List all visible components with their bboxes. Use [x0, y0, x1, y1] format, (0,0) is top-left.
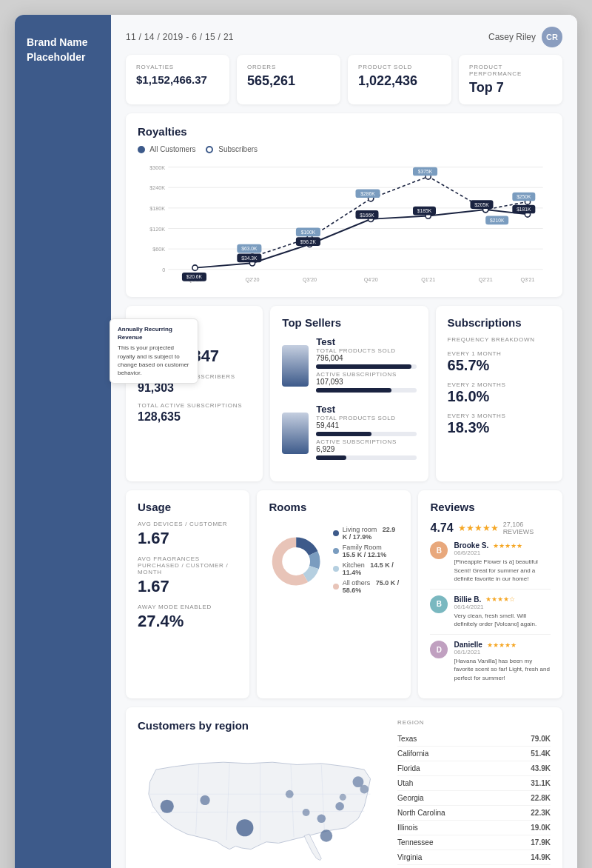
- svg-point-76: [335, 802, 344, 811]
- svg-text:Q2'21: Q2'21: [479, 276, 493, 283]
- date-range: 11 / 14 / 2019 - 6 / 15 / 21: [126, 32, 234, 42]
- svg-text:$63.0K: $63.0K: [241, 247, 258, 252]
- seller-item-1: Test TOTAL PRODUCTS SOLD 59,441 ACTIVE S…: [282, 404, 416, 462]
- svg-point-63: [283, 548, 309, 575]
- reviewer-stars-1: ★★★★☆: [485, 595, 515, 603]
- away-label: AWAY MODE ENABLED: [138, 604, 238, 610]
- donut-chart: [269, 521, 323, 602]
- svg-point-81: [360, 785, 369, 794]
- kpi-orders-value: 565,261: [247, 73, 330, 89]
- sellers-title: Top Sellers: [282, 316, 416, 329]
- kpi-royalties-label: ROYALTIES: [136, 64, 219, 70]
- kpi-row: ROYALTIES $1,152,466.37 ORDERS 565,261 P…: [111, 55, 577, 113]
- donut-legend: Living room 22.9 K / 17.9% Family Room 1…: [333, 526, 400, 597]
- seller-img-1: [282, 413, 309, 454]
- svg-point-77: [286, 790, 294, 798]
- overall-rating-num: 4.74: [430, 521, 453, 535]
- review-date-0: 06/6/2021: [454, 550, 551, 556]
- seller-subs-label-0: ACTIVE SUBSCRIPTIONS: [316, 371, 416, 378]
- region-val-5: 22.3K: [531, 809, 551, 817]
- royalties-title: Royalties: [138, 125, 551, 138]
- app-shell: Brand Name Placeholder 11 / 14 / 2019 - …: [15, 15, 577, 868]
- review-text-2: [Havana Vanilla] has been my favorite sc…: [454, 657, 551, 682]
- chart-area: $300K $240K $180K $120K $60K 0 Q1'20 Q2'…: [138, 159, 551, 285]
- svg-text:$240K: $240K: [149, 185, 165, 192]
- subscribers-value: 91,303: [138, 381, 251, 395]
- legend-sub: Subscribers: [206, 145, 258, 153]
- usage-card: Usage AVG DEVICES / CUSTOMER 1.67 AVG FR…: [126, 490, 249, 698]
- subscriptions-card: Subscriptions FREQUENCY BREAKDOWN EVERY …: [436, 306, 562, 481]
- fragrances-value: 1.67: [138, 577, 238, 596]
- avatar: CR: [542, 27, 562, 47]
- subs-bar-bg-1: [316, 455, 416, 460]
- seller-info-0: Test TOTAL PRODUCTS SOLD 796,004 ACTIVE …: [316, 336, 416, 395]
- reviews-card: Reviews 4.74 ★★★★★ 27,106 REVIEWS B Broo…: [418, 490, 562, 698]
- svg-text:Q3'20: Q3'20: [303, 276, 317, 283]
- region-val-4: 22.8K: [531, 794, 551, 802]
- kpi-products: PRODUCT SOLD 1,022,436: [348, 55, 451, 104]
- reviewer-name-1: Billie B.: [454, 595, 481, 604]
- kpi-performance: PRODUCT PERFORMANCE Top 7: [459, 55, 562, 104]
- region-row-7: Tennessee 17.9K: [397, 835, 551, 850]
- kpi-orders: ORDERS 565,261: [237, 55, 340, 104]
- seller-img-0: [282, 345, 309, 387]
- legend-all-others: All others 75.0 K / 58.6%: [333, 579, 400, 594]
- products-bar-fill-0: [316, 364, 411, 369]
- kpi-royalties-value: $1,152,466.37: [136, 73, 219, 86]
- legend-living-room-text: Living room 22.9 K / 17.9%: [343, 526, 400, 541]
- seller-subs-val-0: 107,093: [316, 378, 416, 386]
- review-content-1: Billie B. ★★★★☆ 06/14/2021 Very clean, f…: [454, 595, 551, 628]
- region-row-1: California 51.4K: [397, 747, 551, 761]
- products-bar-bg-0: [316, 364, 416, 369]
- svg-point-79: [340, 794, 346, 801]
- region-name-3: Utah: [397, 779, 413, 787]
- products-bar-bg-1: [316, 432, 416, 436]
- map-title: Customers by region: [138, 719, 383, 732]
- region-header: REGION: [397, 719, 551, 726]
- user-info: Casey Riley CR: [488, 27, 562, 47]
- region-val-0: 79.0K: [531, 735, 551, 743]
- review-text-0: [Pineapple Flower is a] beautiful Scent!…: [454, 558, 551, 583]
- seller-products-val-1: 59,441: [316, 421, 416, 430]
- kpi-royalties: ROYALTIES $1,152,466.37: [126, 55, 229, 104]
- region-name-8: Virginia: [397, 853, 422, 861]
- region-name-5: North Carolina: [397, 809, 445, 817]
- region-row-6: Illinois 19.0K: [397, 821, 551, 835]
- legend-family-room: Family Room 15.5 K / 12.1%: [333, 544, 400, 558]
- legend-all: All Customers: [138, 145, 195, 153]
- seller-subs-label-1: ACTIVE SUBSCRIPTIONS: [316, 438, 416, 445]
- review-item-1: B Billie B. ★★★★☆ 06/14/2021 Very clean,…: [430, 595, 551, 635]
- kpi-products-value: 1,022,436: [358, 73, 441, 89]
- subs-bar-fill-0: [316, 388, 391, 393]
- map-area: Customers by region: [138, 719, 383, 868]
- subs-bar-fill-1: [316, 455, 346, 460]
- region-name-2: Florida: [397, 764, 420, 772]
- svg-text:Q1'21: Q1'21: [421, 276, 435, 283]
- reviewer-stars-0: ★★★★★: [493, 542, 522, 550]
- svg-text:0: 0: [162, 267, 165, 273]
- seller-info-1: Test TOTAL PRODUCTS SOLD 59,441 ACTIVE S…: [316, 404, 416, 462]
- seller-item-0: Test TOTAL PRODUCTS SOLD 796,004 ACTIVE …: [282, 336, 416, 395]
- subs-bar-bg-0: [316, 388, 416, 393]
- region-name-0: Texas: [397, 735, 417, 743]
- svg-text:$181K: $181K: [517, 207, 531, 212]
- reviewer-avatar-0: B: [430, 541, 448, 559]
- royalties-chart-card: Royalties All Customers Subscribers: [126, 113, 562, 297]
- region-val-7: 17.9K: [531, 838, 551, 847]
- rooms-card: Rooms: [257, 490, 411, 698]
- region-val-3: 31.1K: [531, 779, 551, 787]
- freq-item-2: EVERY 3 MONTHS 18.3%: [448, 413, 551, 436]
- region-table: REGION Texas 79.0K California 51.4K Flor…: [397, 719, 551, 868]
- svg-text:$96.2K: $96.2K: [300, 239, 317, 244]
- subscribers-label: TOTAL ACTIVE SUBSCRIBERS: [138, 373, 251, 380]
- seller-products-label-0: TOTAL PRODUCTS SOLD: [316, 347, 416, 354]
- kpi-performance-label: PRODUCT PERFORMANCE: [469, 64, 552, 77]
- review-item-0: B Brooke S. ★★★★★ 06/6/2021 [Pineapple F…: [430, 541, 551, 590]
- svg-text:$120K: $120K: [149, 226, 165, 233]
- reviews-title: Reviews: [430, 501, 551, 513]
- region-name-4: Georgia: [397, 794, 424, 802]
- legend-kitchen-text: Kitchen 14.5 K / 11.4%: [343, 561, 400, 576]
- region-name-1: California: [397, 750, 428, 758]
- sidebar: Brand Name Placeholder: [15, 15, 111, 868]
- devices-label: AVG DEVICES / CUSTOMER: [138, 521, 238, 527]
